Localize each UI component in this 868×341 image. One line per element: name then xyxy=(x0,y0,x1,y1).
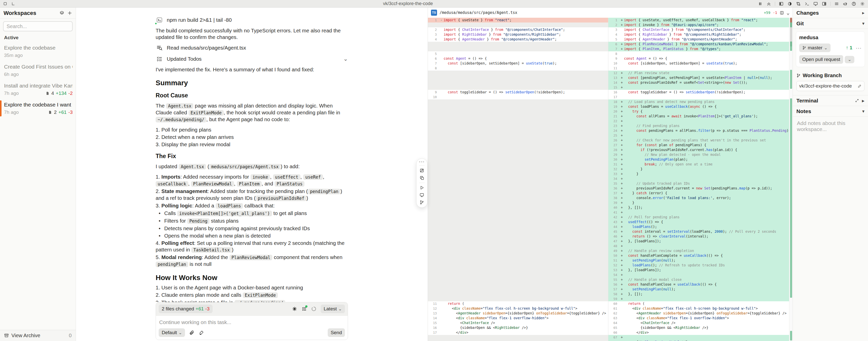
diff-line: 43+ useEffect(() => { xyxy=(608,220,789,224)
diff-line xyxy=(428,104,608,109)
edit-pencil-icon[interactable] xyxy=(858,84,862,88)
diff-scrollbar[interactable] xyxy=(789,18,793,341)
git-compare-icon[interactable] xyxy=(796,1,801,6)
diff-line: 11 return ( xyxy=(428,301,608,306)
todos-status-icon[interactable] xyxy=(301,306,307,312)
theme-icon[interactable] xyxy=(787,1,792,6)
bullet-list-item: Opens the modal when a new plan is detec… xyxy=(156,232,348,239)
caret-right-icon: ▸ xyxy=(862,10,864,16)
hide-diff-icon[interactable] xyxy=(419,168,424,173)
diff-line: 59+ xyxy=(608,297,789,301)
diff-line: 15 <ChatInterface /> xyxy=(428,320,608,325)
settings-gear-icon[interactable] xyxy=(860,1,865,6)
diff-line: 46+ return () => clearInterval(interval)… xyxy=(608,234,789,239)
diff-line xyxy=(428,133,608,138)
burst-icon[interactable] xyxy=(292,306,297,312)
latest-dropdown[interactable]: Latest⌄ xyxy=(321,305,345,313)
more-options-icon[interactable]: ··· xyxy=(856,45,862,51)
diff-line: 12 <div className="flex flex-col h-scree… xyxy=(428,306,608,311)
menu-icon[interactable] xyxy=(834,1,839,6)
workspace-item[interactable]: Create Good First Issues on Github So p6… xyxy=(0,61,76,80)
diff-line xyxy=(428,229,608,234)
panel-right-icon[interactable] xyxy=(822,1,827,6)
changes-section-header[interactable]: Changes ▸ xyxy=(793,8,868,18)
inline-code: invoke xyxy=(251,174,270,180)
send-button[interactable]: Send xyxy=(328,328,345,337)
collapse-file-icon[interactable]: ⌄ xyxy=(786,10,789,15)
megaphone-icon[interactable] xyxy=(843,1,848,6)
panel-left-icon[interactable] xyxy=(779,1,784,6)
tool-call-row[interactable]: npm run build 2>&1 | tail -80 xyxy=(156,16,348,24)
diff-line: 17 xyxy=(608,95,789,99)
open-pull-request-button[interactable]: Open pull request xyxy=(799,55,843,64)
diff-line: 16 {sidebarOpen && <RightSidebar />} xyxy=(428,325,608,330)
chevron-down-icon[interactable]: ⌄ xyxy=(343,56,348,62)
workspace-item[interactable]: Install and integrate Vibe Kanban Web C7… xyxy=(0,80,76,99)
diff-line xyxy=(428,123,608,128)
search-input[interactable] xyxy=(3,21,73,31)
terminal-icon[interactable] xyxy=(804,1,810,6)
terminal-section-header[interactable]: Terminal ▸ xyxy=(793,95,868,106)
scrollbar-change-mark xyxy=(790,41,792,51)
file-icon xyxy=(48,110,52,114)
git-branch-icon xyxy=(796,73,801,78)
copy-icon[interactable] xyxy=(419,175,424,180)
diff-line: 50+ const handlePlanComplete = useCallba… xyxy=(608,253,789,258)
tool-call-row[interactable]: Read medusa/src/pages/Agent.tsx xyxy=(156,44,348,52)
monitor-icon[interactable] xyxy=(813,1,818,6)
numbered-list-item: 2. Detect when a new plan arrives xyxy=(156,134,348,141)
diff-file-path: /medusa/medusa/src/pages/Agent.tsx xyxy=(440,10,517,15)
view-archive-button[interactable]: View Archive 0 xyxy=(0,330,76,341)
file-icon xyxy=(45,91,50,95)
attach-icon[interactable] xyxy=(189,330,195,335)
diff-line: 34+ xyxy=(608,176,789,181)
preview-monitor-icon[interactable] xyxy=(419,192,424,197)
run-icon[interactable] xyxy=(419,185,424,190)
diff-panel: TS /medusa/medusa/src/pages/Agent.tsx +5… xyxy=(428,8,793,341)
assistant-paragraph: The build completed successfully with no… xyxy=(156,27,348,40)
diff-line: 9const Agent = () => { xyxy=(608,56,789,61)
diff-line xyxy=(428,70,608,75)
git-branch-icon[interactable] xyxy=(419,200,424,205)
diff-line: 48+ xyxy=(608,244,789,248)
chat-scroll-area[interactable]: npm run build 2>&1 | tail -80The build c… xyxy=(76,8,428,302)
base-branch-dropdown[interactable]: master⌄ xyxy=(799,43,831,52)
layers-icon[interactable] xyxy=(59,11,64,16)
diff-line: 7 const [sidebarOpen, setSidebarOpen] = … xyxy=(428,61,608,66)
diff-line: 17 </div> xyxy=(428,330,608,335)
pen-icon[interactable] xyxy=(199,330,204,335)
mode-dropdown[interactable]: Default⌄ xyxy=(159,328,185,337)
diff-line: 1+import { useState, useEffect, useRef, … xyxy=(608,18,789,23)
diff-line xyxy=(428,148,608,152)
spinner-icon xyxy=(311,306,317,312)
message-input[interactable] xyxy=(159,319,344,325)
split-view-icon[interactable] xyxy=(780,11,784,15)
numbered-list-item: 4. Polling effect: Set up a polling inte… xyxy=(156,240,348,253)
pause-icon[interactable] xyxy=(758,1,763,6)
expand-icon[interactable] xyxy=(855,99,859,102)
git-section-header[interactable]: Git ▾ xyxy=(793,18,868,29)
diff-line xyxy=(428,297,608,301)
new-workspace-icon[interactable] xyxy=(67,11,72,16)
notes-placeholder[interactable]: Add notes about this workspace... xyxy=(793,117,868,136)
diff-line: 4import { AgentHeader } from "@/componen… xyxy=(428,37,608,42)
workspace-item[interactable]: Explore the codebase I want you to exp7h… xyxy=(0,99,76,118)
notes-section-header[interactable]: Notes ▾ xyxy=(793,106,868,117)
working-branch-field[interactable]: vk/3ccf-explore-the-code xyxy=(796,81,864,91)
diff-line xyxy=(428,80,608,85)
workspace-time: 7h ago xyxy=(4,91,19,96)
help-icon[interactable] xyxy=(851,1,856,6)
diff-file-header[interactable]: TS /medusa/medusa/src/pages/Agent.tsx +5… xyxy=(428,8,793,18)
inline-code: Agent.tsx xyxy=(179,164,206,169)
collapse-all-icon[interactable] xyxy=(766,1,771,6)
diff-line xyxy=(428,191,608,195)
workspace-item[interactable]: Explore the codebase35m ago xyxy=(0,42,76,61)
files-changed-chip[interactable]: 2 files changed +61 -3 xyxy=(159,305,213,313)
pr-options-button[interactable]: ⌄ xyxy=(845,56,854,63)
diff-line xyxy=(428,195,608,200)
drag-handle-icon[interactable]: ••• xyxy=(419,161,425,163)
tool-call-row[interactable]: Updated Todos⌄ xyxy=(156,55,348,63)
diff-line: 21+ const allPlans = await invoke<PlanIt… xyxy=(608,114,789,119)
numbered-list-item: 2. State management: Added state for tra… xyxy=(156,188,348,202)
diff-line: 37+ } catch (error) { xyxy=(608,191,789,195)
